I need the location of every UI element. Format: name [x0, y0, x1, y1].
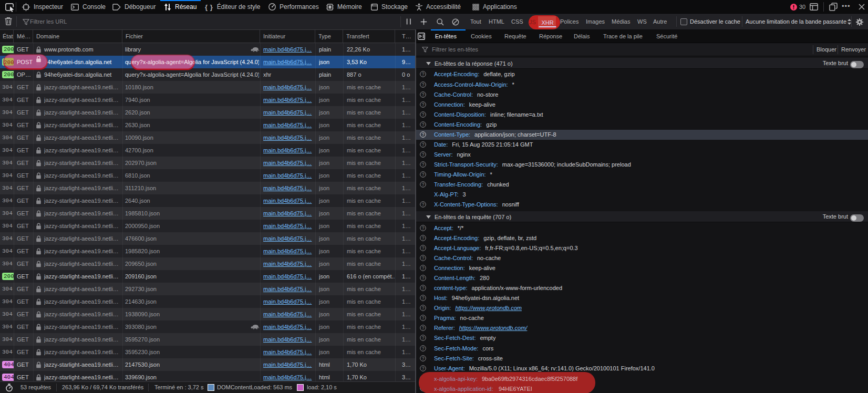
- svg-text:?: ?: [422, 172, 425, 177]
- svg-text:?: ?: [422, 182, 425, 187]
- svg-text:?: ?: [422, 305, 425, 311]
- svg-text:?: ?: [422, 162, 425, 167]
- svg-text:?: ?: [422, 71, 425, 77]
- svg-text:?: ?: [422, 142, 425, 147]
- svg-text:?: ?: [422, 255, 425, 261]
- svg-text:?: ?: [422, 345, 425, 350]
- svg-text:?: ?: [422, 355, 425, 360]
- svg-text:?: ?: [422, 245, 425, 251]
- svg-text:?: ?: [422, 235, 425, 241]
- svg-text:?: ?: [422, 285, 425, 291]
- svg-text:?: ?: [422, 335, 425, 340]
- svg-text:?: ?: [422, 265, 425, 271]
- svg-text:?: ?: [422, 295, 425, 301]
- svg-text:?: ?: [422, 225, 425, 230]
- svg-text:?: ?: [422, 91, 425, 97]
- svg-text:?: ?: [422, 385, 425, 390]
- svg-text:?: ?: [422, 111, 425, 117]
- svg-text:?: ?: [422, 81, 425, 87]
- svg-text:?: ?: [422, 365, 425, 370]
- svg-text:?: ?: [422, 101, 425, 107]
- svg-text:?: ?: [422, 121, 425, 127]
- svg-text:?: ?: [422, 275, 425, 281]
- svg-text:?: ?: [422, 202, 425, 207]
- svg-text:?: ?: [422, 132, 425, 137]
- svg-text:?: ?: [422, 315, 425, 320]
- svg-text:?: ?: [422, 325, 425, 330]
- svg-text:?: ?: [422, 152, 425, 157]
- svg-text:?: ?: [422, 375, 425, 380]
